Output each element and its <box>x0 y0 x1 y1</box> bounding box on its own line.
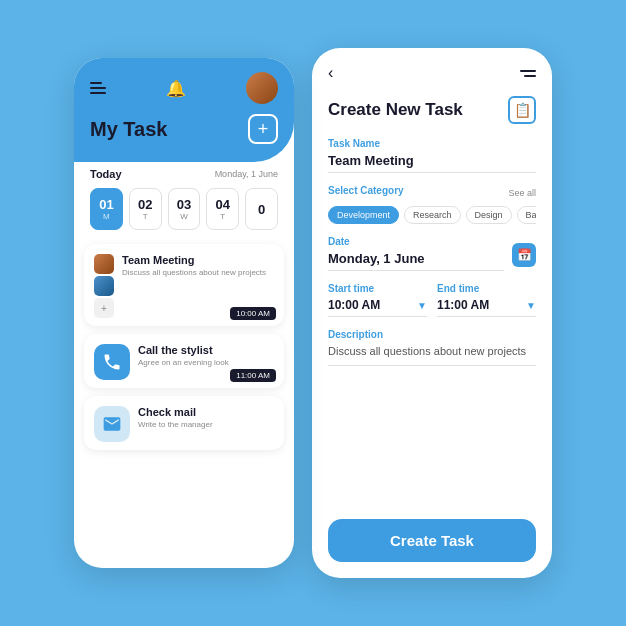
avatar-1 <box>94 254 114 274</box>
clipboard-icon: 📋 <box>508 96 536 124</box>
date-label: Monday, 1 June <box>215 169 278 179</box>
avatar <box>246 72 278 104</box>
create-task-title: Create New Task <box>328 100 463 120</box>
chip-design[interactable]: Design <box>466 206 512 224</box>
task-avatars: + <box>94 254 114 318</box>
task-name: Check mail <box>138 406 274 418</box>
right-header: ‹ <box>328 64 536 82</box>
end-time-value[interactable]: 11:00 AM <box>437 298 489 312</box>
description-label: Description <box>328 329 536 340</box>
calendar-day-3[interactable]: 03 W <box>168 188 201 230</box>
task-name-section: Task Name Team Meeting <box>328 138 536 173</box>
today-label: Today <box>90 168 122 180</box>
menu-icon[interactable] <box>520 70 536 77</box>
calendar-day-2[interactable]: 02 T <box>129 188 162 230</box>
add-task-button[interactable]: + <box>248 114 278 144</box>
task-card-check-mail[interactable]: Check mail Write to the manager <box>84 396 284 450</box>
chip-research[interactable]: Research <box>404 206 461 224</box>
bell-icon: 🔔 <box>166 79 186 98</box>
task-desc: Discuss all questions about new projects <box>122 268 274 278</box>
calendar-day-5[interactable]: 0 <box>245 188 278 230</box>
hamburger-icon[interactable] <box>90 82 106 94</box>
date-section: Date Monday, 1 June 📅 <box>328 236 536 271</box>
start-time-label: Start time <box>328 283 427 294</box>
end-time-label: End time <box>437 283 536 294</box>
screens-container: 🔔 My Task + Today Monday, 1 June 01 M 02… <box>74 48 552 578</box>
tasks-list: + Team Meeting Discuss all questions abo… <box>74 238 294 568</box>
category-section: Select Category See all Development Rese… <box>328 185 536 224</box>
back-button[interactable]: ‹ <box>328 64 333 82</box>
start-time-value[interactable]: 10:00 AM <box>328 298 380 312</box>
description-section: Description Discuss all questions about … <box>328 329 536 366</box>
left-title-row: My Task + <box>90 114 278 144</box>
left-header-row: 🔔 <box>90 72 278 104</box>
mail-icon <box>94 406 130 442</box>
chip-development[interactable]: Development <box>328 206 399 224</box>
task-card-team-meeting[interactable]: + Team Meeting Discuss all questions abo… <box>84 244 284 326</box>
right-screen: ‹ Create New Task 📋 Task Name Team Meeti… <box>312 48 552 578</box>
category-chips: Development Research Design Backend <box>328 206 536 224</box>
category-header-row: Select Category See all <box>328 185 536 200</box>
description-value[interactable]: Discuss all questions about new projects <box>328 344 536 366</box>
calendar-row: 01 M 02 T 03 W 04 T 0 <box>74 180 294 238</box>
avatar-2 <box>94 276 114 296</box>
task-desc: Agree on an evening look <box>138 358 274 368</box>
right-title-row: Create New Task 📋 <box>328 96 536 124</box>
calendar-day-1[interactable]: 01 M <box>90 188 123 230</box>
task-time-badge: 10:00 AM <box>230 307 276 320</box>
category-label: Select Category <box>328 185 404 196</box>
date-row: Today Monday, 1 June <box>74 162 294 180</box>
start-time-chevron-icon[interactable]: ▼ <box>417 300 427 311</box>
task-card-call-stylist[interactable]: Call the stylist Agree on an evening loo… <box>84 334 284 388</box>
calendar-day-4[interactable]: 04 T <box>206 188 239 230</box>
date-value[interactable]: Monday, 1 June <box>328 251 504 271</box>
avatar-plus: + <box>94 298 114 318</box>
task-desc: Write to the manager <box>138 420 274 430</box>
task-name-input[interactable]: Team Meeting <box>328 153 536 173</box>
phone-icon <box>94 344 130 380</box>
see-all-link[interactable]: See all <box>508 188 536 198</box>
page-title: My Task <box>90 118 167 141</box>
task-name-label: Task Name <box>328 138 536 149</box>
create-task-button[interactable]: Create Task <box>328 519 536 562</box>
start-time-field: Start time 10:00 AM ▼ <box>328 283 427 317</box>
left-top-bg: 🔔 My Task + <box>74 58 294 162</box>
task-time-badge: 11:00 AM <box>230 369 276 382</box>
date-label: Date <box>328 236 504 247</box>
left-screen: 🔔 My Task + Today Monday, 1 June 01 M 02… <box>74 58 294 568</box>
task-name: Call the stylist <box>138 344 274 356</box>
end-time-field: End time 11:00 AM ▼ <box>437 283 536 317</box>
end-time-chevron-icon[interactable]: ▼ <box>526 300 536 311</box>
calendar-picker-icon[interactable]: 📅 <box>512 243 536 267</box>
task-name: Team Meeting <box>122 254 274 266</box>
chip-backend[interactable]: Backend <box>517 206 536 224</box>
time-row: Start time 10:00 AM ▼ End time 11:00 AM … <box>328 283 536 317</box>
